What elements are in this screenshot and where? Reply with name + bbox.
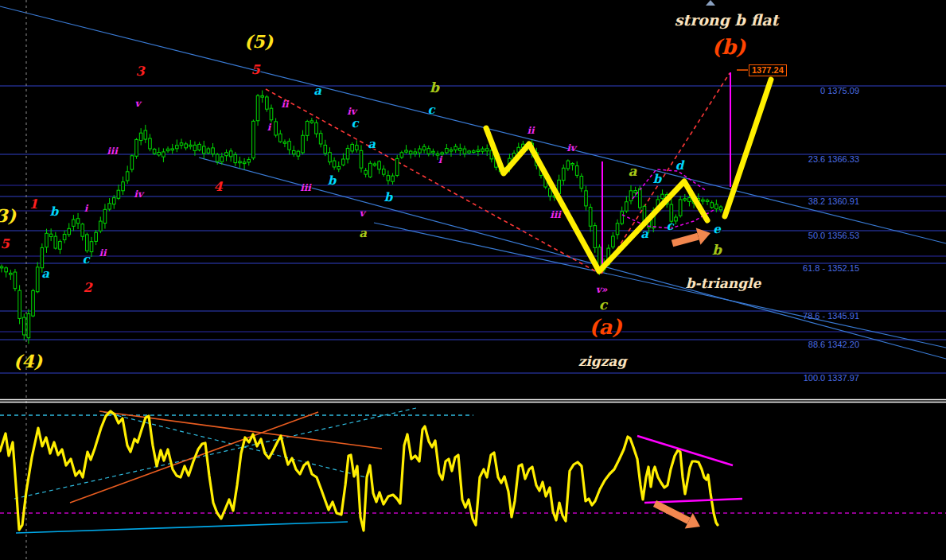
candle-body — [14, 272, 17, 289]
candle-body — [472, 151, 475, 153]
candle-body — [414, 152, 417, 154]
candle-body — [90, 242, 93, 252]
candle-body — [252, 121, 255, 158]
candle-body — [427, 149, 430, 154]
elliott-zigzag-line — [725, 80, 771, 216]
trading-chart-window: (5)(4)(3)(a)(b)strong b flatb-trianglezi… — [0, 0, 946, 560]
candle-body — [149, 138, 152, 149]
candle-body — [436, 154, 439, 155]
candle-body — [198, 144, 201, 150]
candle-body — [409, 151, 412, 154]
candle-body — [571, 163, 574, 165]
candle-body — [369, 163, 372, 177]
candle-body — [351, 144, 354, 150]
candle-body — [580, 176, 583, 188]
candle-body — [422, 146, 426, 150]
candle-body — [122, 182, 125, 191]
candle-body — [688, 198, 691, 202]
candle-body — [193, 145, 197, 150]
candle-body — [95, 232, 98, 241]
candle-body — [112, 198, 115, 204]
candle-body — [418, 149, 422, 153]
candle-body — [220, 157, 224, 161]
candle-body — [549, 189, 552, 196]
candle-body — [616, 224, 619, 235]
candle-body — [99, 221, 103, 231]
candle-body — [68, 228, 71, 235]
candle-body — [207, 149, 210, 153]
candle-body — [18, 290, 21, 318]
candle-body — [229, 151, 232, 157]
candle-body — [463, 149, 466, 154]
candle-body — [333, 161, 336, 167]
candle-body — [315, 122, 318, 134]
candle-body — [441, 153, 444, 154]
candle-body — [346, 148, 349, 158]
chart-canvas[interactable] — [0, 0, 946, 560]
candle-body — [243, 162, 246, 164]
candle-body — [360, 150, 363, 168]
trend-line — [374, 223, 946, 348]
candle-body — [324, 145, 327, 153]
candle-body — [63, 234, 66, 239]
candle-body — [302, 135, 305, 153]
candle-body — [180, 143, 183, 146]
candle-body — [261, 95, 264, 97]
candle-body — [661, 194, 664, 199]
trend-line — [199, 158, 946, 359]
indicator-cyan-baseline — [16, 522, 348, 533]
candle-body — [715, 204, 718, 209]
candle-body — [41, 247, 44, 267]
candle-body — [683, 199, 687, 200]
candle-body — [27, 313, 30, 337]
price-tag: 1377.24 — [749, 64, 787, 76]
top-arrow-marker — [706, 0, 715, 6]
candle-body — [670, 204, 673, 221]
candle-body — [319, 134, 322, 144]
candle-body — [675, 217, 678, 221]
candle-body — [144, 130, 147, 139]
candle-body — [36, 267, 39, 292]
candle-body — [575, 166, 578, 176]
candle-body — [459, 148, 462, 150]
candle-body — [126, 172, 129, 181]
candle-body — [310, 121, 313, 122]
candle-body — [629, 191, 633, 201]
candle-body — [49, 234, 53, 236]
candle-body — [337, 166, 341, 169]
candle-body — [621, 212, 624, 224]
candle-body — [364, 170, 368, 174]
candle-body — [266, 97, 269, 109]
candle-body — [72, 220, 76, 226]
candle-body — [387, 176, 390, 181]
candle-body — [594, 226, 597, 248]
candle-body — [356, 146, 359, 150]
candle-body — [239, 161, 242, 163]
candle-body — [481, 149, 485, 151]
candle-body — [288, 142, 291, 150]
candle-body — [117, 190, 120, 198]
candle-body — [395, 158, 399, 175]
candle-body — [378, 161, 381, 169]
candle-body — [135, 139, 138, 156]
orange-arrow-main — [672, 236, 699, 243]
candle-body — [612, 236, 615, 247]
candle-body — [22, 317, 25, 335]
candle-body — [0, 266, 3, 268]
candle-body — [329, 153, 332, 162]
indicator-magenta-trendline — [637, 436, 733, 465]
candle-body — [139, 133, 142, 140]
candle-body — [103, 209, 107, 223]
candle-body — [81, 224, 84, 236]
candle-body — [189, 145, 193, 146]
candle-body — [274, 122, 278, 135]
candle-body — [162, 152, 165, 157]
candle-body — [256, 95, 259, 121]
candle-body — [477, 150, 480, 152]
candle-body — [76, 219, 80, 224]
candle-body — [468, 151, 471, 153]
candle-body — [130, 156, 134, 169]
candle-body — [216, 154, 219, 161]
indicator-cyan-trendline — [103, 412, 366, 477]
candle-body — [158, 152, 161, 154]
